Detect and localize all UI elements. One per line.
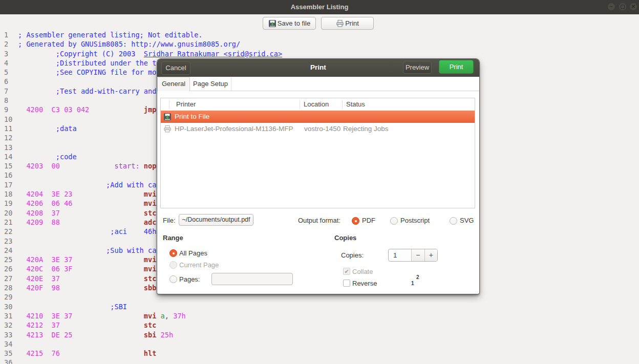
- radio-svg-label: SVG: [460, 217, 474, 224]
- file-label: File:: [163, 217, 176, 224]
- printer-icon: [163, 125, 172, 133]
- range-header: Range: [163, 234, 183, 242]
- copies-decrement-button[interactable]: −: [411, 249, 424, 261]
- file-button[interactable]: ~/Documents/output.pdf: [179, 214, 253, 226]
- save-to-file-button[interactable]: Save to file: [263, 17, 316, 30]
- radio-pdf-label: PDF: [362, 217, 375, 224]
- collate-label: Collate: [352, 268, 373, 275]
- copies-value[interactable]: 1: [389, 249, 411, 261]
- column-separator: [169, 100, 169, 109]
- print-dialog-header: Cancel Print Preview Print: [157, 59, 479, 77]
- print-dialog: Cancel Print Preview Print General Page …: [157, 59, 479, 294]
- printer-row-hp-laserjet[interactable]: HP-LaserJet-Professional-M1136-MFP vostr…: [161, 123, 475, 135]
- save-icon: [163, 113, 172, 121]
- tabs-underline: [157, 91, 479, 91]
- copies-increment-button[interactable]: +: [424, 249, 438, 261]
- printer-status: Rejecting Jobs: [343, 125, 389, 133]
- all-pages-label: All Pages: [179, 249, 207, 257]
- current-page-label: Current Page: [179, 261, 219, 269]
- maximize-icon[interactable]: ▢: [619, 3, 626, 10]
- printer-table-header: Printer Location Status: [161, 98, 475, 111]
- col-status[interactable]: Status: [346, 100, 365, 108]
- save-icon: [268, 19, 276, 28]
- copies-header: Copies: [334, 234, 356, 242]
- radio-current-page[interactable]: [169, 261, 177, 269]
- pages-label: Pages:: [179, 275, 200, 283]
- save-to-file-label: Save to file: [278, 19, 310, 27]
- minimize-icon[interactable]: −: [608, 3, 615, 10]
- printer-location: vostro-1450: [304, 125, 340, 133]
- copies-stepper: 1 − +: [388, 249, 438, 262]
- col-location[interactable]: Location: [304, 100, 329, 108]
- window-title: Assembler Listing: [0, 3, 639, 11]
- radio-pages[interactable]: [169, 275, 177, 283]
- radio-svg[interactable]: [450, 217, 457, 225]
- column-separator: [342, 100, 343, 109]
- printer-name: Print to File: [175, 113, 209, 120]
- radio-postscript[interactable]: [390, 217, 398, 225]
- close-icon[interactable]: ✕: [630, 3, 637, 10]
- reverse-checkbox[interactable]: [343, 280, 350, 287]
- radio-pdf[interactable]: [352, 217, 359, 225]
- reverse-label: Reverse: [352, 280, 377, 287]
- window-titlebar: Assembler Listing − ▢ ✕: [0, 0, 639, 14]
- pages-input[interactable]: [211, 273, 293, 285]
- printer-table: Printer Location Status Print to File HP…: [160, 98, 475, 208]
- tab-page-setup[interactable]: Page Setup: [190, 77, 231, 91]
- dialog-tabs: General Page Setup: [157, 77, 479, 91]
- print-button-toolbar[interactable]: Print: [321, 17, 374, 30]
- print-button[interactable]: Print: [439, 60, 474, 74]
- collate-checkbox[interactable]: ✔: [343, 268, 350, 275]
- print-toolbar-label: Print: [345, 19, 359, 27]
- preview-button[interactable]: Preview: [403, 61, 432, 74]
- collate-page-2: 2: [416, 274, 419, 280]
- column-separator: [300, 100, 300, 109]
- radio-all-pages[interactable]: [169, 249, 177, 257]
- output-format-label: Output format:: [278, 217, 340, 224]
- printer-row-print-to-file[interactable]: Print to File: [161, 111, 475, 123]
- col-printer[interactable]: Printer: [176, 100, 196, 108]
- printer-name: HP-LaserJet-Professional-M1136-MFP: [175, 125, 293, 133]
- radio-postscript-label: Postscript: [400, 217, 430, 224]
- tab-general[interactable]: General: [157, 77, 190, 91]
- printer-icon: [336, 19, 344, 28]
- line-number-gutter: 1 2 3 4 5 6 7 8 9 10 11 12 13 14 15 16 1…: [4, 30, 12, 364]
- copies-label: Copies:: [341, 251, 364, 259]
- collate-page-1: 1: [411, 281, 414, 286]
